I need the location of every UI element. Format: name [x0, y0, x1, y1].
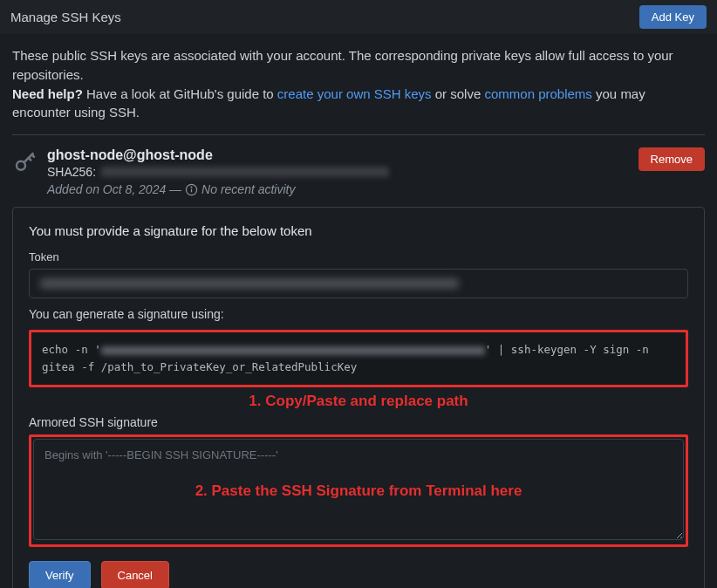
sha-value-blurred	[101, 167, 389, 177]
add-key-button[interactable]: Add Key	[639, 5, 707, 29]
key-info: ghost-node@ghost-node SHA256: Added on O…	[47, 147, 630, 196]
key-meta: Added on Oct 8, 2024 — No recent activit…	[47, 182, 630, 196]
key-activity: No recent activity	[201, 182, 295, 196]
divider	[12, 134, 705, 135]
svg-point-6	[191, 187, 192, 188]
sha-prefix: SHA256:	[47, 165, 96, 179]
key-name: ghost-node@ghost-node	[47, 147, 630, 163]
token-label: Token	[29, 250, 688, 263]
cancel-button[interactable]: Cancel	[101, 561, 169, 588]
content-area: These public SSH keys are associated wit…	[0, 34, 717, 588]
need-help-label: Need help?	[12, 86, 83, 101]
key-fingerprint: SHA256:	[47, 165, 630, 179]
create-ssh-keys-link[interactable]: create your own SSH keys	[277, 86, 432, 101]
page-title: Manage SSH Keys	[10, 10, 121, 24]
code-prefix: echo -n '	[42, 343, 101, 356]
panel-heading: You must provide a signature for the bel…	[29, 223, 688, 238]
intro-text: These public SSH keys are associated wit…	[12, 46, 705, 122]
code-token-blurred	[101, 346, 485, 355]
intro-line1: These public SSH keys are associated wit…	[12, 48, 673, 82]
key-added-date: Added on Oct 8, 2024 —	[47, 182, 181, 196]
generate-note: You can generate a signature using:	[29, 307, 688, 321]
signature-command[interactable]: echo -n '' | ssh-keygen -Y sign -n gitea…	[29, 330, 688, 387]
intro-guide-prefix: Have a look at GitHub's guide to	[83, 86, 277, 101]
signature-input-wrap: 2. Paste the SSH Signature from Terminal…	[29, 434, 688, 547]
svg-line-2	[32, 154, 35, 157]
svg-line-3	[29, 158, 31, 161]
token-value-blurred	[40, 278, 459, 289]
annotation-1: 1. Copy/Paste and replace path	[29, 393, 688, 410]
ssh-key-row: ghost-node@ghost-node SHA256: Added on O…	[12, 147, 705, 196]
panel-actions: Verify Cancel	[29, 561, 688, 588]
token-display	[29, 269, 688, 298]
header-bar: Manage SSH Keys Add Key	[0, 0, 717, 34]
signature-label: Armored SSH signature	[29, 415, 688, 429]
signature-textarea[interactable]	[33, 439, 684, 540]
common-problems-link[interactable]: common problems	[484, 86, 591, 101]
remove-key-button[interactable]: Remove	[638, 147, 705, 171]
key-icon	[12, 149, 38, 178]
signature-panel: You must provide a signature for the bel…	[12, 207, 705, 588]
verify-button[interactable]: Verify	[29, 561, 91, 588]
info-icon	[185, 183, 198, 196]
intro-solve: or solve	[432, 86, 485, 101]
